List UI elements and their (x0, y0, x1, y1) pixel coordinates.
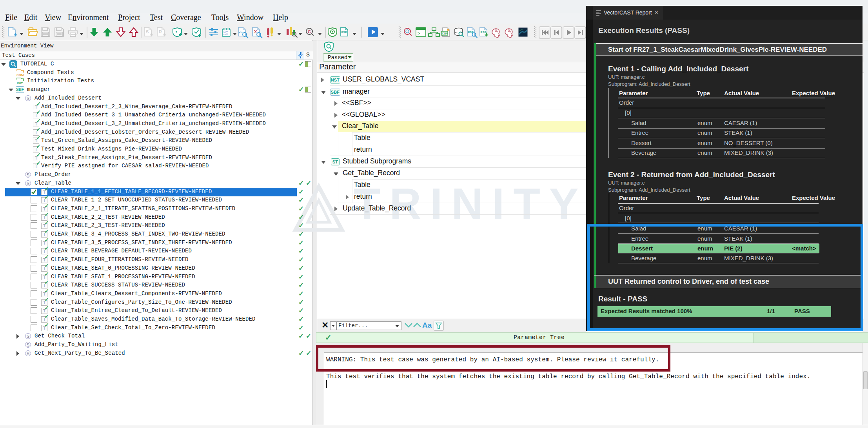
svg-text:C: C (308, 29, 311, 34)
svg-text:R: R (159, 29, 162, 34)
svg-text:PSP: PSP (481, 31, 487, 34)
svg-text:FSP: FSP (341, 31, 347, 34)
svg-text:COM: COM (16, 73, 24, 77)
svg-text:>_: >_ (418, 31, 423, 36)
svg-text:<>: <> (239, 31, 243, 34)
svg-text:INIT: INIT (17, 82, 23, 85)
svg-text:S: S (146, 29, 149, 34)
svg-text:CSV: CSV (442, 32, 448, 35)
